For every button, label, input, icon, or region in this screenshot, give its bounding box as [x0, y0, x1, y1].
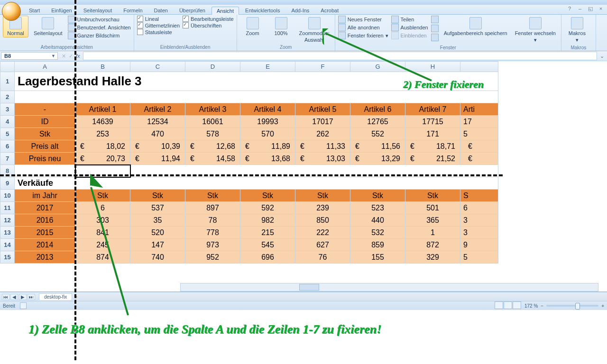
selected-cell-b8[interactable] [75, 165, 130, 177]
cell[interactable]: Artikel 7 [405, 103, 460, 116]
cell[interactable]: 982 [240, 214, 295, 227]
cell[interactable]: 155 [350, 251, 405, 264]
chk-ueber[interactable]: Überschriften [183, 22, 234, 28]
cell[interactable]: Stk [130, 190, 185, 202]
sheet-nav-last[interactable]: ⏭ [28, 294, 35, 300]
row-header[interactable]: 5 [0, 128, 15, 140]
cell[interactable]: 19993 [240, 116, 295, 128]
col-header[interactable]: G [350, 62, 405, 72]
row-header[interactable]: 3 [0, 103, 15, 116]
col-header[interactable] [460, 62, 498, 72]
col-header[interactable]: D [185, 62, 240, 72]
compare-icon[interactable] [431, 34, 439, 41]
chk-bearb[interactable]: Bearbeitungsleiste [183, 16, 234, 22]
cell[interactable]: 523 [350, 202, 405, 214]
cell[interactable]: 16061 [185, 116, 240, 128]
cell[interactable]: €21,52 [405, 153, 460, 165]
cell[interactable]: Stk [15, 128, 75, 140]
cell[interactable]: 520 [130, 227, 185, 239]
cell[interactable]: €20,73 [75, 153, 130, 165]
tab-entwicklertools[interactable]: Entwicklertools [240, 6, 285, 14]
cell[interactable]: Stk [185, 190, 240, 202]
row-header[interactable]: 10 [0, 190, 15, 202]
cell[interactable]: 5 [460, 251, 498, 264]
cell[interactable]: €18,71 [405, 140, 460, 153]
cell[interactable]: 872 [405, 239, 460, 251]
tab-ueberpruefen[interactable]: Überprüfen [174, 6, 211, 14]
cell[interactable]: Artikel 6 [350, 103, 405, 116]
cell[interactable]: 17017 [295, 116, 350, 128]
cell[interactable]: ID [15, 116, 75, 128]
select-all-corner[interactable] [0, 62, 15, 72]
cell[interactable]: 35 [130, 214, 185, 227]
col-header[interactable]: B [75, 62, 130, 72]
switch-windows-button[interactable]: Fenster wechseln▾ [513, 16, 558, 45]
sheet-nav-next[interactable]: ▶ [19, 294, 27, 300]
cell[interactable]: 952 [185, 251, 240, 264]
cell[interactable]: 2013 [15, 251, 75, 264]
cell[interactable]: 245 [75, 239, 130, 251]
arrange-all-button[interactable]: Alle anordnen [338, 24, 388, 31]
macro-record-icon[interactable] [20, 302, 27, 309]
cell[interactable]: Artikel 2 [130, 103, 185, 116]
formula-bar[interactable] [83, 52, 597, 60]
cell[interactable]: €18,02 [75, 140, 130, 153]
cell[interactable]: 5 [460, 128, 498, 140]
cell[interactable]: €12,68 [185, 140, 240, 153]
cell[interactable]: 850 [295, 214, 350, 227]
sheet-nav-prev[interactable]: ◀ [10, 294, 18, 300]
cell[interactable]: €10,39 [130, 140, 185, 153]
cell[interactable]: 78 [185, 214, 240, 227]
cell[interactable]: 215 [240, 227, 295, 239]
view-ganz-button[interactable]: Ganzer Bildschirm [68, 32, 131, 39]
cell[interactable]: 545 [240, 239, 295, 251]
row-header[interactable]: 15 [0, 251, 15, 264]
cell[interactable]: 897 [185, 202, 240, 214]
col-header[interactable]: A [15, 62, 75, 72]
cell[interactable]: €11,56 [350, 140, 405, 153]
cell[interactable]: 76 [295, 251, 350, 264]
save-workspace-button[interactable]: Aufgabenbereich speichern [441, 16, 510, 37]
cell[interactable]: Artikel 3 [185, 103, 240, 116]
cell[interactable]: Artikel 5 [295, 103, 350, 116]
cell[interactable]: €14,58 [185, 153, 240, 165]
cell[interactable]: im Jahr [15, 190, 75, 202]
freeze-panes-button[interactable]: Fenster fixieren ▾ [338, 32, 388, 39]
office-button[interactable] [2, 2, 21, 21]
chk-status[interactable]: Statusleiste [137, 29, 180, 35]
cell[interactable]: Stk [240, 190, 295, 202]
view-mode-buttons[interactable] [495, 301, 522, 310]
cell[interactable]: 627 [295, 239, 350, 251]
cell[interactable]: 365 [405, 214, 460, 227]
cell[interactable]: 171 [405, 128, 460, 140]
split-button[interactable]: Teilen [391, 16, 428, 23]
zoom-slider[interactable] [546, 305, 598, 307]
cell[interactable]: - [15, 103, 75, 116]
cell[interactable]: 874 [75, 251, 130, 264]
minimize-icon[interactable]: – [577, 6, 583, 12]
name-box[interactable]: ▼ [1, 52, 58, 60]
zoom-100-button[interactable]: 100% [268, 16, 294, 37]
cell[interactable]: 501 [405, 202, 460, 214]
col-header[interactable]: F [295, 62, 350, 72]
view-umbruch-button[interactable]: Umbruchvorschau [68, 16, 131, 23]
name-box-input[interactable] [3, 53, 34, 59]
tab-seitenlayout[interactable]: Seitenlayout [78, 6, 118, 14]
zoom-out-icon[interactable]: − [541, 303, 543, 309]
tab-formeln[interactable]: Formeln [118, 6, 147, 14]
macros-button[interactable]: Makros▾ [564, 16, 590, 45]
row-header[interactable]: 12 [0, 214, 15, 227]
cell[interactable]: 552 [350, 128, 405, 140]
row-header[interactable]: 11 [0, 202, 15, 214]
zoom-button[interactable]: Zoom [240, 16, 266, 37]
cell[interactable]: 532 [350, 227, 405, 239]
cell[interactable]: S [460, 190, 498, 202]
help-icon[interactable]: ? [566, 6, 573, 12]
cell[interactable]: 592 [240, 202, 295, 214]
row-header[interactable]: 4 [0, 116, 15, 128]
col-header[interactable]: E [240, 62, 295, 72]
tab-daten[interactable]: Daten [149, 6, 173, 14]
cell[interactable]: 2015 [15, 227, 75, 239]
cell[interactable]: € [460, 140, 498, 153]
cell[interactable]: 262 [295, 128, 350, 140]
